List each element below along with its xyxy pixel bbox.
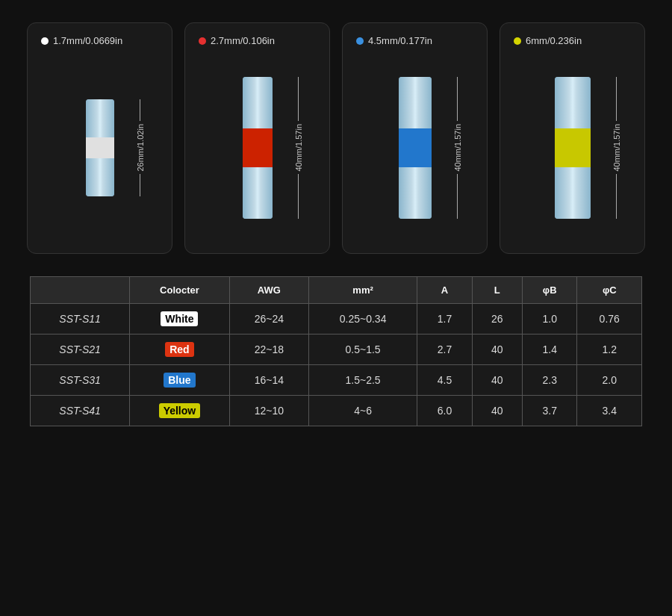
col-header-awg: AWG	[229, 277, 308, 304]
col-header-l: L	[472, 277, 522, 304]
band-blue	[399, 128, 432, 167]
card-title-2: 2.7mm/0.106in	[211, 35, 275, 46]
phiB-sst-s21: 1.4	[522, 335, 577, 365]
color-sst-s21: Red	[130, 335, 229, 365]
band-yellow	[555, 128, 591, 167]
color-badge-white: White	[161, 311, 198, 326]
color-badge-blue: Blue	[164, 373, 195, 388]
top-section: 1.7mm/0.0669in 26mm/1.02in	[0, 0, 672, 269]
mm2-sst-s21: 0.5~1.5	[309, 335, 417, 365]
connector-visual-4: 40mm/1.57in	[555, 54, 591, 241]
model-sst-s41: SST-S41	[31, 396, 130, 426]
color-sst-s11: White	[130, 304, 229, 335]
phiC-sst-s11: 0.76	[577, 304, 642, 335]
connector-card-3: 4.5mm/0.177in 40mm/1.57in	[342, 22, 488, 254]
a-sst-s31: 4.5	[417, 365, 473, 396]
col-header-phiC: φC	[577, 277, 642, 304]
color-sst-s31: Blue	[130, 365, 229, 396]
tube-1	[86, 99, 114, 196]
col-header-model	[31, 277, 130, 304]
table-row: SST-S11 White 26~24 0.25~0.34 1.7 26 1.0…	[31, 304, 642, 335]
connector-visual-2: 40mm/1.57in	[243, 54, 273, 241]
awg-sst-s31: 16~14	[229, 365, 308, 396]
table-row: SST-S41 Yellow 12~10 4~6 6.0 40 3.7 3.4	[31, 396, 642, 426]
phiC-sst-s31: 2.0	[577, 365, 642, 396]
dot-yellow	[514, 37, 521, 45]
col-header-mm2: mm²	[309, 277, 417, 304]
tube-3	[399, 77, 432, 219]
tube-2	[243, 77, 273, 219]
model-sst-s21: SST-S21	[31, 335, 130, 365]
color-badge-yellow: Yellow	[159, 403, 201, 418]
height-label-1: 26mm/1.02in	[136, 121, 145, 175]
model-sst-s31: SST-S31	[31, 365, 130, 396]
table-section: Colocter AWG mm² A L φB φC SST-S11 White…	[30, 276, 642, 426]
connector-card-4: 6mm/0.236in 40mm/1.57in	[500, 22, 645, 254]
l-sst-s31: 40	[472, 365, 522, 396]
card-title-1: 1.7mm/0.0669in	[53, 35, 122, 46]
color-sst-s41: Yellow	[130, 396, 229, 426]
height-label-4: 40mm/1.57in	[612, 121, 621, 175]
awg-sst-s41: 12~10	[229, 396, 308, 426]
table-row: SST-S21 Red 22~18 0.5~1.5 2.7 40 1.4 1.2	[31, 335, 642, 365]
phiB-sst-s11: 1.0	[522, 304, 577, 335]
color-badge-red: Red	[165, 342, 193, 357]
card-title-3: 4.5mm/0.177in	[368, 35, 432, 46]
a-sst-s41: 6.0	[417, 396, 473, 426]
height-label-2: 40mm/1.57in	[294, 121, 303, 175]
awg-sst-s21: 22~18	[229, 335, 308, 365]
height-label-3: 40mm/1.57in	[453, 121, 462, 175]
band-white	[86, 137, 114, 158]
phiC-sst-s41: 3.4	[577, 396, 642, 426]
col-header-color: Colocter	[130, 277, 229, 304]
table-row: SST-S31 Blue 16~14 1.5~2.5 4.5 40 2.3 2.…	[31, 365, 642, 396]
a-sst-s21: 2.7	[417, 335, 473, 365]
connector-card-2: 2.7mm/0.106in 40mm/1.57in	[184, 22, 330, 254]
phiC-sst-s21: 1.2	[577, 335, 642, 365]
mm2-sst-s41: 4~6	[309, 396, 417, 426]
table-header-row: Colocter AWG mm² A L φB φC	[31, 277, 642, 304]
mm2-sst-s31: 1.5~2.5	[309, 365, 417, 396]
l-sst-s21: 40	[472, 335, 522, 365]
connector-card-1: 1.7mm/0.0669in 26mm/1.02in	[27, 22, 172, 254]
col-header-phiB: φB	[522, 277, 577, 304]
connector-visual-3: 40mm/1.57in	[399, 54, 432, 241]
card-title-4: 6mm/0.236in	[526, 35, 582, 46]
connector-visual-1: 26mm/1.02in	[86, 54, 114, 241]
dot-red	[199, 37, 206, 45]
l-sst-s41: 40	[472, 396, 522, 426]
dot-blue	[356, 37, 364, 45]
col-header-a: A	[417, 277, 473, 304]
band-red	[243, 128, 273, 167]
mm2-sst-s11: 0.25~0.34	[309, 304, 417, 335]
phiB-sst-s41: 3.7	[522, 396, 577, 426]
l-sst-s11: 26	[472, 304, 522, 335]
specs-table: Colocter AWG mm² A L φB φC SST-S11 White…	[30, 276, 642, 426]
awg-sst-s11: 26~24	[229, 304, 308, 335]
tube-4	[555, 77, 591, 219]
a-sst-s11: 1.7	[417, 304, 473, 335]
phiB-sst-s31: 2.3	[522, 365, 577, 396]
model-sst-s11: SST-S11	[31, 304, 130, 335]
dot-white	[41, 37, 49, 45]
